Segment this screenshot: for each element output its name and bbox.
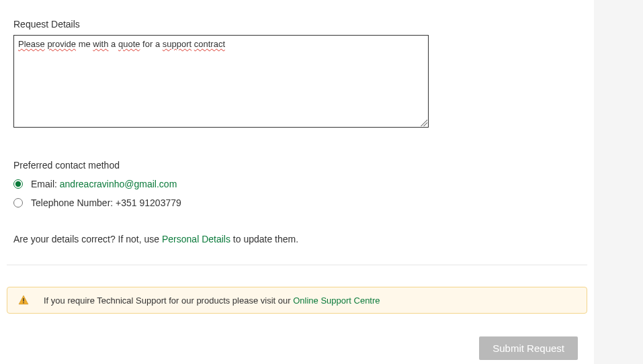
radio-telephone-label: Telephone Number: +351 91203779 (31, 197, 181, 208)
svg-rect-0 (23, 298, 24, 302)
contact-option-email: Email: andreacravinho@gmail.com (13, 179, 587, 189)
radio-telephone[interactable] (13, 198, 23, 208)
warning-icon (18, 295, 29, 306)
radio-email-label: Email: andreacravinho@gmail.com (31, 179, 177, 189)
radio-email[interactable] (13, 179, 23, 189)
contact-method-section: Preferred contact method Email: andreacr… (7, 160, 587, 208)
alert-before: If you require Technical Support for our… (44, 295, 293, 306)
telephone-prefix: Telephone Number: (31, 197, 116, 208)
section-divider (7, 265, 587, 265)
support-alert: If you require Technical Support for our… (7, 287, 587, 314)
email-value: andreacravinho@gmail.com (60, 179, 177, 189)
contact-method-label: Preferred contact method (13, 160, 587, 171)
contact-radio-group: Email: andreacravinho@gmail.com Telephon… (13, 179, 587, 208)
request-details-textarea[interactable]: Please provide me with a quote for a sup… (13, 35, 429, 128)
email-prefix: Email: (31, 179, 60, 189)
contact-option-telephone: Telephone Number: +351 91203779 (13, 197, 587, 208)
telephone-value: +351 91203779 (116, 197, 181, 208)
submit-request-button[interactable]: Submit Request (479, 336, 578, 360)
request-details-section: Request Details Please provide me with a… (7, 0, 587, 128)
alert-text: If you require Technical Support for our… (44, 295, 380, 306)
form-container: Request Details Please provide me with a… (0, 0, 594, 364)
details-prompt-after: to update them. (230, 234, 298, 244)
svg-rect-1 (23, 302, 24, 304)
submit-row: Submit Request (7, 336, 587, 360)
personal-details-link[interactable]: Personal Details (162, 234, 230, 244)
online-support-link[interactable]: Online Support Centre (293, 295, 380, 306)
request-details-label: Request Details (13, 19, 587, 30)
details-correct-prompt: Are your details correct? If not, use Pe… (7, 234, 587, 244)
details-prompt-before: Are your details correct? If not, use (13, 234, 162, 244)
